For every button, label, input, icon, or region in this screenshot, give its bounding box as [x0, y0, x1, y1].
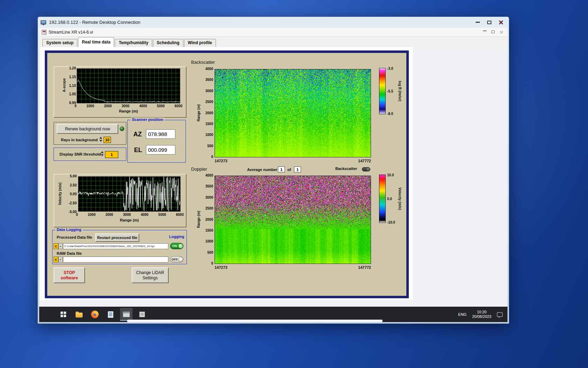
backscatter-colorbar: [379, 68, 386, 114]
velocity-x-ticks: 0 1000 2000 3000 4000 5000 6000: [76, 213, 184, 217]
stop-line1: STOP: [64, 270, 75, 275]
windows-logo-icon: [61, 312, 66, 317]
tab-scheduling[interactable]: Scheduling: [153, 39, 183, 47]
rdp-maximize-button[interactable]: [484, 19, 495, 26]
horizontal-scrollbar-thumb[interactable]: [127, 320, 383, 322]
backscatter-section-title: Backscatter: [191, 60, 215, 65]
el-value-field[interactable]: 000.099: [146, 145, 175, 155]
taskbar-clock[interactable]: 10:20 20/08/2023: [472, 310, 491, 319]
tick-label: 0: [211, 261, 213, 265]
tick-label: 1000: [205, 239, 213, 243]
tick-label: 2500: [205, 100, 213, 104]
tick-label: 0: [76, 213, 78, 217]
snr-value-field[interactable]: 1: [105, 151, 118, 158]
az-value-field[interactable]: 078.988: [146, 129, 175, 139]
backscatter-x-ticks: 147273 147772: [215, 159, 371, 163]
tick-label: 3000: [205, 196, 213, 199]
app-window-title: StreamLine XR v14-6.vi: [49, 30, 93, 35]
processed-logging-toggle[interactable]: ON: [170, 243, 183, 249]
tick-label: 3500: [205, 184, 213, 188]
decrement-icon[interactable]: [99, 140, 102, 142]
processed-path-field[interactable]: C:\Lidar\Data\Proc\2023\202308\20230820\…: [63, 243, 168, 249]
rdp-close-button[interactable]: [496, 19, 506, 26]
renew-status-led: [120, 127, 124, 131]
renew-background-button[interactable]: Renew background now: [57, 124, 118, 134]
tick-label: 1.05: [69, 92, 76, 96]
decrement-icon[interactable]: [101, 154, 104, 156]
taskbar-item-streamline[interactable]: [120, 308, 133, 321]
tick-label: 1500: [205, 122, 213, 126]
tick-label: 3000: [122, 104, 130, 108]
doppler-y-axis-label: Range (m): [197, 211, 201, 228]
increment-icon[interactable]: [101, 151, 104, 153]
streamline-app-window: StreamLine XR v14-6.vi System setup Real…: [39, 28, 507, 322]
stop-software-button[interactable]: STOP software: [54, 267, 85, 283]
tick-label: 2000: [104, 104, 112, 108]
average-number-label: Average number: [247, 168, 277, 172]
tick-label: 1000: [205, 133, 213, 137]
doppler-colorbar-label: Velocity (m/s): [398, 188, 402, 210]
clock-date: 20/08/2023: [472, 314, 491, 319]
rays-spinner[interactable]: [99, 137, 103, 142]
tab-system-setup[interactable]: System setup: [42, 39, 77, 47]
app-content: A-scope 1.20 1.15 1.10 1.05 0.99: [39, 47, 507, 322]
doppler-colorbar: [379, 175, 386, 223]
taskbar-item-scan[interactable]: [136, 308, 148, 321]
velocity-y-ticks: 5.00 2.50 0.00 -2.50 -5.00: [63, 174, 77, 214]
raw-data-file-label: RAW Data file: [57, 251, 82, 255]
language-indicator[interactable]: ENG: [458, 312, 467, 316]
average-number-field[interactable]: 1: [278, 166, 285, 172]
app-minimize-button[interactable]: [483, 30, 486, 34]
doppler-colorbar-ticks: 10.0 0.0 -10.0: [387, 173, 395, 224]
raw-browse-button[interactable]: ▸: [58, 257, 63, 263]
processed-drive-box[interactable]: C: [54, 243, 58, 249]
tick-label: 2000: [105, 213, 113, 217]
scan-app-icon: [139, 312, 145, 317]
tab-temp-humidity[interactable]: Temp/humidity: [115, 39, 152, 47]
snr-threshold-box: Display SNR threshold 1: [54, 148, 126, 161]
taskbar-item-file-explorer[interactable]: [73, 308, 85, 321]
raw-logging-toggle[interactable]: OFF: [170, 256, 183, 263]
tab-wind-profile[interactable]: Wind profile: [184, 39, 216, 47]
processed-browse-button[interactable]: ▸: [58, 243, 63, 249]
tick-label: 1500: [205, 229, 213, 232]
taskbar-item-editor[interactable]: [104, 308, 117, 321]
increment-icon[interactable]: [99, 137, 102, 139]
app-titlebar[interactable]: StreamLine XR v14-6.vi: [39, 28, 507, 37]
tick-label: 5000: [158, 213, 166, 217]
tick-label: 6000: [176, 213, 184, 217]
tick-label: -8.0: [387, 112, 393, 116]
rdp-titlebar[interactable]: 192.168.0.122 - Remote Desktop Connectio…: [38, 17, 509, 28]
realtime-panel: A-scope 1.20 1.15 1.10 1.05 0.99: [45, 50, 409, 298]
rdp-minimize-button[interactable]: [472, 19, 483, 26]
tick-label: 0.0: [387, 197, 395, 201]
notification-icon[interactable]: [497, 312, 503, 317]
start-button[interactable]: [57, 308, 70, 321]
restart-processed-file-button[interactable]: Restart processed file: [95, 233, 139, 242]
maximize-icon: [487, 21, 491, 24]
app-restore-button[interactable]: [491, 30, 495, 34]
taskbar-item-firefox[interactable]: [89, 308, 101, 321]
velocity-y-axis-label: Velocity (m/s): [58, 183, 62, 205]
snr-spinner[interactable]: [101, 151, 104, 156]
tab-bar: System setup Real time data Temp/humidit…: [39, 37, 507, 47]
off-label: OFF: [172, 258, 178, 261]
ascope-trace-canvas: [77, 69, 180, 103]
rays-value-field[interactable]: 10: [104, 137, 111, 143]
backscatter-display-toggle[interactable]: [362, 167, 370, 171]
close-icon: [499, 30, 503, 34]
tick-label: 1.10: [69, 84, 76, 88]
tab-real-time-data[interactable]: Real time data: [78, 37, 114, 47]
restore-icon: [491, 30, 495, 33]
app-close-button[interactable]: [499, 30, 503, 34]
change-lidar-settings-button[interactable]: Change LiDAR Settings: [132, 267, 169, 283]
raw-path-field[interactable]: [63, 257, 168, 263]
backscatter-colorbar-ticks: -3.0 -5.5 -8.0: [387, 67, 393, 116]
tick-label: -5.00: [69, 210, 77, 214]
average-count-field[interactable]: 1: [294, 166, 301, 172]
raw-drive-box[interactable]: C: [54, 257, 58, 263]
tick-label: 2.50: [70, 183, 77, 187]
tick-label: 500: [207, 144, 213, 148]
tick-label: 2500: [205, 206, 213, 210]
firefox-icon: [91, 311, 99, 318]
